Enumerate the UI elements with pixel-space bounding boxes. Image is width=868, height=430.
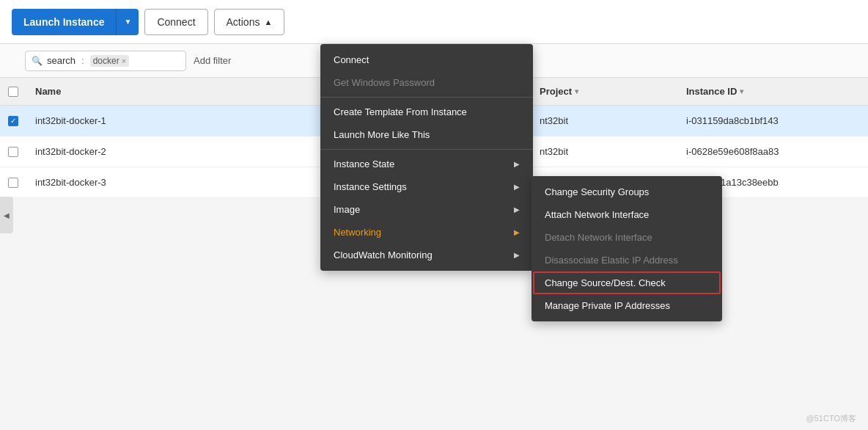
menu-detach-network-interface: Detach Network Interface: [532, 226, 722, 249]
instance-state-arrow-icon: ▶: [514, 160, 520, 168]
row2-checkbox[interactable]: [0, 147, 26, 157]
instance-id-sort-icon[interactable]: ▾: [740, 87, 743, 95]
menu-change-source-dest-check[interactable]: Change Source/Dest. Check: [533, 272, 721, 294]
launch-instance-label: Launch Instance: [12, 9, 117, 35]
sidebar-toggle[interactable]: ◀: [0, 197, 13, 233]
image-arrow-icon: ▶: [514, 205, 520, 214]
project-sort-icon[interactable]: ▾: [575, 87, 578, 95]
connect-button[interactable]: Connect: [144, 9, 207, 35]
menu-instance-state[interactable]: Instance State ▶: [320, 153, 533, 175]
menu-divider-1: [320, 97, 533, 98]
menu-manage-private-ip[interactable]: Manage Private IP Addresses: [532, 294, 722, 317]
add-filter-button[interactable]: Add filter: [194, 55, 231, 66]
actions-arrow: ▲: [264, 18, 272, 26]
menu-create-template[interactable]: Create Template From Instance: [320, 101, 533, 123]
header-name: Name: [26, 86, 188, 97]
networking-submenu: Change Security Groups Attach Network In…: [532, 176, 722, 321]
menu-disassociate-elastic-ip: Disassociate Elastic IP Address: [532, 249, 722, 272]
menu-instance-settings[interactable]: Instance Settings ▶: [320, 175, 533, 198]
cloudwatch-arrow-icon: ▶: [514, 251, 520, 259]
row2-name: int32bit-docker-2: [26, 146, 188, 157]
row2-instance-id: i-0628e59e608f8aa83: [677, 146, 846, 157]
menu-networking[interactable]: Networking ▶: [320, 221, 533, 244]
checkbox-checked-icon: ✓: [8, 116, 18, 126]
toolbar: Launch Instance ▼ Connect Actions ▲: [0, 0, 868, 44]
row2-project: nt32bit: [531, 146, 677, 157]
watermark: @51CTO博客: [806, 413, 856, 424]
menu-divider-2: [320, 149, 533, 150]
networking-arrow-icon: ▶: [514, 228, 520, 236]
header-project: Project ▾: [531, 86, 677, 97]
row1-instance-id: i-031159da8cb1bf143: [677, 115, 846, 126]
instance-settings-arrow-icon: ▶: [514, 183, 520, 191]
menu-get-windows-password: Get Windows Password: [320, 71, 533, 94]
search-tag-value: docker: [93, 56, 119, 66]
actions-dropdown: Connect Get Windows Password Create Temp…: [320, 44, 533, 271]
launch-instance-arrow[interactable]: ▼: [117, 9, 139, 35]
menu-launch-more[interactable]: Launch More Like This: [320, 123, 533, 146]
search-tag: docker ×: [90, 55, 129, 67]
search-box[interactable]: 🔍 search : docker ×: [25, 51, 186, 71]
search-colon: :: [81, 55, 84, 66]
search-clear-icon[interactable]: ×: [122, 57, 126, 65]
search-icon: 🔍: [32, 56, 43, 66]
menu-change-security-groups[interactable]: Change Security Groups: [532, 181, 722, 203]
row1-checkbox[interactable]: ✓: [0, 116, 26, 126]
menu-image[interactable]: Image ▶: [320, 198, 533, 221]
row3-name: int32bit-docker-3: [26, 177, 188, 188]
menu-connect[interactable]: Connect: [320, 48, 533, 71]
menu-attach-network-interface[interactable]: Attach Network Interface: [532, 203, 722, 226]
row3-checkbox[interactable]: [0, 178, 26, 188]
row1-project: nt32bit: [531, 115, 677, 126]
actions-button[interactable]: Actions ▲: [214, 9, 285, 35]
row1-name: int32bit-docker-1: [26, 115, 188, 126]
header-checkbox[interactable]: [0, 87, 26, 97]
launch-instance-button[interactable]: Launch Instance ▼: [12, 9, 139, 35]
actions-label: Actions: [227, 16, 260, 28]
search-label: search: [47, 55, 76, 66]
header-instance-id: Instance ID ▾: [677, 86, 846, 97]
menu-cloudwatch[interactable]: CloudWatch Monitoring ▶: [320, 244, 533, 266]
